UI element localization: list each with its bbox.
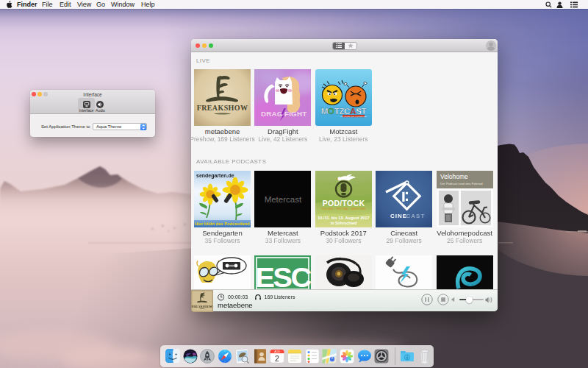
svg-text:MOTZCAST: MOTZCAST (321, 107, 367, 116)
svg-text:MIT SPRECHER & SPRECHER: MIT SPRECHER & SPRECHER (340, 116, 367, 118)
svg-text:ESC: ESC (256, 262, 312, 289)
svg-text:CAST: CAST (406, 213, 426, 219)
svg-text:FIGHT: FIGHT (284, 110, 306, 118)
svg-text:FREAKSHOW: FREAKSHOW (191, 305, 213, 308)
svg-text:in Söhrschied: in Söhrschied (330, 221, 356, 225)
svg-text:CINE: CINE (390, 213, 407, 219)
svg-text:Hier blüht das Podcastland: Hier blüht das Podcastland (195, 222, 250, 226)
svg-text:POD/TOCK: POD/TOCK (322, 199, 365, 208)
svg-text:DRAG: DRAG (261, 110, 283, 118)
svg-text:Der Podcast rund ums Fahrrad: Der Podcast rund ums Fahrrad (440, 182, 483, 185)
svg-text:2: 2 (275, 354, 279, 363)
svg-text:FREAKSHOW: FREAKSHOW (197, 104, 248, 112)
svg-text:10./11. bis 13. August 2017: 10./11. bis 13. August 2017 (318, 216, 369, 220)
svg-text:sendegarten.de: sendegarten.de (196, 173, 234, 179)
svg-text:PODCAST + FESTIVAL + MENSCHEN: PODCAST + FESTIVAL + MENSCHEN (321, 208, 365, 210)
svg-text:Velohome: Velohome (440, 173, 468, 180)
